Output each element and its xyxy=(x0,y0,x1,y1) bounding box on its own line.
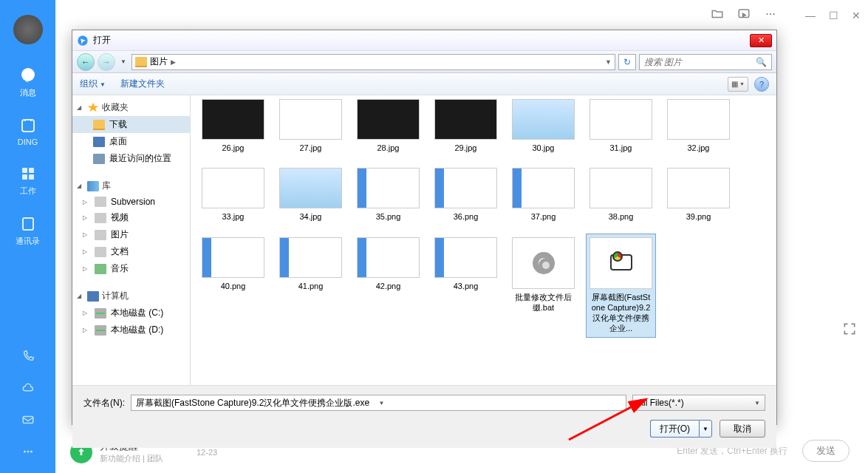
file-item[interactable]: 批量修改文件后缀.bat xyxy=(508,234,578,338)
search-input[interactable] xyxy=(644,57,756,67)
filename-label: 文件名(N): xyxy=(83,397,125,409)
file-item[interactable]: 32.jpg xyxy=(663,95,734,157)
file-item[interactable]: 31.jpg xyxy=(586,95,656,157)
close-button[interactable]: ✕ xyxy=(852,10,861,21)
dialog-title-icon xyxy=(77,35,89,47)
sidebar-ding[interactable]: DING xyxy=(18,117,38,146)
menu-dots-icon[interactable] xyxy=(764,7,777,24)
tree-desktop[interactable]: 桌面 xyxy=(72,133,190,150)
file-item[interactable]: 43.png xyxy=(431,234,501,338)
nav-forward-button[interactable]: → xyxy=(98,53,115,71)
file-item[interactable]: 屏幕截图(FastStone Capture)9.2汉化单文件便携企业... xyxy=(586,234,656,338)
filetype-select[interactable]: All Files(*.*) ▼ xyxy=(632,395,765,411)
dialog-toolbar: 组织▼ 新建文件夹 ▦▼ ? xyxy=(72,73,776,95)
file-item[interactable]: 41.png xyxy=(276,234,346,338)
svg-point-10 xyxy=(30,451,33,453)
file-item[interactable]: 29.jpg xyxy=(431,95,501,157)
filename-input[interactable]: 屏幕截图(FastStone Capture)9.2汉化单文件便携企业版.exe… xyxy=(131,395,626,411)
svg-point-0 xyxy=(21,68,35,81)
refresh-button[interactable]: ↻ xyxy=(618,54,636,70)
file-item[interactable]: 35.png xyxy=(353,164,423,225)
dialog-footer: 文件名(N): 屏幕截图(FastStone Capture)9.2汉化单文件便… xyxy=(72,385,776,448)
open-button[interactable]: 打开(O) xyxy=(650,420,699,438)
svg-rect-1 xyxy=(22,120,34,132)
dialog-title: 打开 xyxy=(93,34,750,47)
help-button[interactable]: ? xyxy=(754,77,769,92)
svg-rect-7 xyxy=(23,417,33,423)
file-item[interactable]: 33.jpg xyxy=(198,164,268,225)
file-item[interactable]: 30.jpg xyxy=(508,95,578,157)
open-button-dropdown[interactable]: ▼ xyxy=(699,420,712,438)
file-item[interactable]: 34.jpg xyxy=(276,164,346,225)
tree-pictures[interactable]: ▷图片 xyxy=(72,226,190,243)
sidebar-work[interactable]: 工作 xyxy=(19,165,37,197)
minimize-button[interactable]: — xyxy=(805,10,816,21)
file-item[interactable]: 26.jpg xyxy=(198,95,268,157)
file-open-dialog: 打开 ✕ ← → ▼ 图片 ▶ ▼ ↻ 🔍 组织▼ 新建文件夹 ▦▼ ? xyxy=(72,30,777,425)
svg-point-9 xyxy=(27,451,29,453)
organize-button[interactable]: 组织▼ xyxy=(80,78,106,90)
filename-dropdown[interactable]: ▼ xyxy=(379,400,622,406)
file-list: 26.jpg27.jpg28.jpg29.jpg30.jpg31.jpg32.j… xyxy=(191,95,776,385)
svg-point-8 xyxy=(24,451,26,453)
tree-music[interactable]: ▷音乐 xyxy=(72,260,190,277)
view-mode-button[interactable]: ▦▼ xyxy=(728,77,748,92)
dialog-body: ◢收藏夹 下载 桌面 最近访问的位置 ◢库 ▷Subversion ▷视频 ▷图… xyxy=(72,95,776,385)
file-item[interactable]: 27.jpg xyxy=(276,95,346,157)
file-item[interactable]: 40.png xyxy=(198,234,268,338)
svg-point-14 xyxy=(773,13,774,15)
address-dropdown[interactable]: ▼ xyxy=(605,58,612,66)
window-controls: — ☐ ✕ xyxy=(711,7,861,24)
folder-tree: ◢收藏夹 下载 桌面 最近访问的位置 ◢库 ▷Subversion ▷视频 ▷图… xyxy=(72,95,191,385)
breadcrumb[interactable]: 图片 xyxy=(150,55,168,68)
tree-downloads[interactable]: 下载 xyxy=(72,116,190,133)
svg-rect-3 xyxy=(29,168,34,173)
dialog-titlebar: 打开 ✕ xyxy=(72,30,776,51)
search-icon[interactable]: 🔍 xyxy=(756,57,767,67)
sidebar-messages[interactable]: 消息 xyxy=(19,67,37,98)
fullscreen-icon[interactable] xyxy=(842,321,857,339)
file-item[interactable]: 36.png xyxy=(431,164,501,225)
new-folder-button[interactable]: 新建文件夹 xyxy=(120,78,165,90)
file-item[interactable]: 37.png xyxy=(508,164,578,225)
cloud-icon[interactable] xyxy=(21,381,35,395)
send-button[interactable]: 发送 xyxy=(802,440,850,462)
tree-disk-d[interactable]: ▷本地磁盘 (D:) xyxy=(72,321,190,338)
svg-rect-4 xyxy=(22,174,27,180)
app-sidebar: 消息 DING 工作 通讯录 xyxy=(0,0,55,473)
maximize-button[interactable]: ☐ xyxy=(829,10,838,21)
mail-icon[interactable] xyxy=(21,413,35,426)
folder-icon[interactable] xyxy=(711,7,724,24)
nav-history-dropdown[interactable]: ▼ xyxy=(118,55,129,69)
tree-subversion[interactable]: ▷Subversion xyxy=(72,194,190,209)
tree-documents[interactable]: ▷文档 xyxy=(72,243,190,260)
tree-libraries[interactable]: ◢库 xyxy=(72,177,190,194)
file-item[interactable]: 28.jpg xyxy=(353,95,423,157)
tree-disk-c[interactable]: ▷本地磁盘 (C:) xyxy=(72,304,190,321)
nav-back-button[interactable]: ← xyxy=(77,53,95,71)
file-item[interactable]: 39.png xyxy=(663,164,734,225)
cancel-button[interactable]: 取消 xyxy=(720,420,765,438)
phone-icon[interactable] xyxy=(21,350,35,363)
folder-icon xyxy=(135,57,147,67)
address-bar[interactable]: 图片 ▶ ▼ xyxy=(131,54,615,70)
sidebar-contacts[interactable]: 通讯录 xyxy=(16,215,40,247)
tree-recent[interactable]: 最近访问的位置 xyxy=(72,150,190,167)
upgrade-date: 12-23 xyxy=(197,448,217,457)
work-icon xyxy=(19,165,37,183)
search-box[interactable]: 🔍 xyxy=(639,54,772,70)
tree-computer[interactable]: ◢计算机 xyxy=(72,287,190,304)
avatar[interactable] xyxy=(13,15,43,44)
tree-videos[interactable]: ▷视频 xyxy=(72,209,190,226)
upgrade-subtitle: 新功能介绍 | 团队 xyxy=(100,453,163,464)
more-icon[interactable] xyxy=(21,445,35,458)
tree-favorites[interactable]: ◢收藏夹 xyxy=(72,99,190,116)
file-item[interactable]: 42.png xyxy=(353,234,423,338)
svg-rect-2 xyxy=(22,168,27,173)
breadcrumb-arrow[interactable]: ▶ xyxy=(171,58,176,66)
dialog-close-button[interactable]: ✕ xyxy=(750,34,772,47)
svg-point-12 xyxy=(766,13,768,15)
screen-icon[interactable] xyxy=(737,7,751,24)
file-item[interactable]: 38.png xyxy=(586,164,656,225)
svg-rect-5 xyxy=(29,174,34,180)
